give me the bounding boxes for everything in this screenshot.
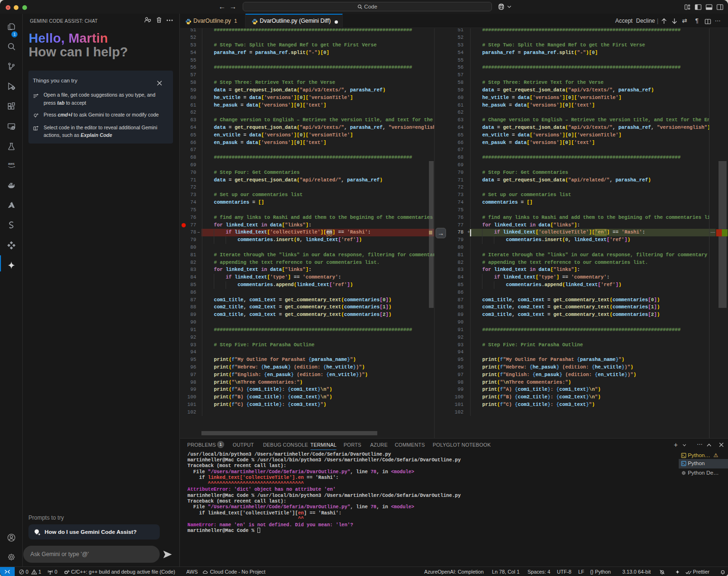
svg-text:aws: aws <box>8 162 14 166</box>
